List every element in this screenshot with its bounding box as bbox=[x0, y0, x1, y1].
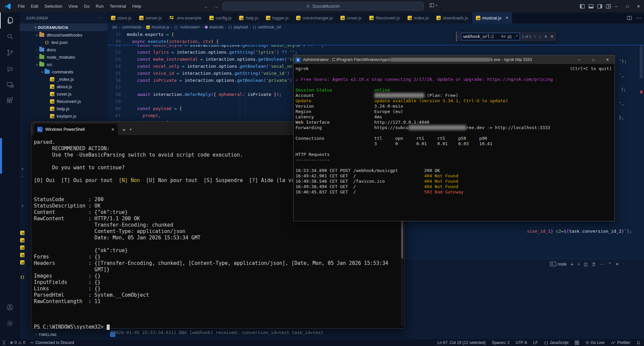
eol-sequence[interactable]: LF bbox=[533, 340, 538, 345]
tab-config.js[interactable]: JSconfig.js bbox=[206, 12, 236, 23]
toggle-sidebar-icon[interactable] bbox=[580, 4, 585, 9]
whole-word-toggle[interactable]: ab bbox=[507, 34, 512, 39]
powershell-tab[interactable]: >_ Windows PowerShell ✕ bbox=[34, 124, 118, 135]
tab-server.js[interactable]: JSserver.js bbox=[136, 12, 166, 23]
toggle-panel-icon[interactable] bbox=[588, 4, 594, 9]
menu-go[interactable]: Go bbox=[81, 0, 93, 12]
breadcrumb-item[interactable]: webhook_url bbox=[258, 25, 281, 30]
minimize-button[interactable]: ─ bbox=[611, 0, 622, 12]
tree-item-keybpm-js[interactable]: JSkeybpm.js bbox=[20, 112, 107, 120]
terminal-dropdown-icon[interactable]: ∨ bbox=[578, 263, 580, 266]
breadcrumb-item[interactable]: commands bbox=[122, 25, 142, 30]
remote-indicator[interactable]: ╳ bbox=[3, 340, 5, 345]
menu-run[interactable]: Run bbox=[93, 0, 107, 12]
settings-gear-icon[interactable] bbox=[0, 315, 20, 331]
editor-scrollbar[interactable] bbox=[640, 38, 643, 266]
tab-voicechanger.js[interactable]: JSvoicechanger.js bbox=[292, 12, 337, 23]
source-control-icon[interactable] bbox=[0, 45, 20, 61]
tab-fileconvert.js[interactable]: JSfileconvert.js bbox=[366, 12, 404, 23]
command-center-search[interactable]: DucraMusicIA bbox=[222, 2, 424, 10]
tab-close-icon[interactable]: ✕ bbox=[111, 127, 114, 132]
new-terminal-button[interactable]: + bbox=[571, 261, 574, 267]
tab-help.js[interactable]: JShelp.js bbox=[235, 12, 262, 23]
match-case-toggle[interactable]: Aa bbox=[501, 34, 505, 39]
tab-cover.js[interactable]: JScover.js bbox=[337, 12, 366, 23]
tree-item-help-js[interactable]: JShelp.js bbox=[20, 105, 107, 112]
remote-explorer-icon[interactable] bbox=[0, 77, 20, 93]
notifications-bell-icon[interactable] bbox=[636, 341, 641, 345]
extensions-icon[interactable] bbox=[0, 93, 20, 109]
ngrok-output[interactable]: ngrok(Ctrl+C to quit) ⚠ Free Users: Agen… bbox=[293, 64, 614, 195]
problems-indicator[interactable]: ⊗ 0 ⚠ 0 bbox=[10, 340, 25, 345]
encoding[interactable]: UTF-8 bbox=[516, 340, 527, 345]
account-icon[interactable] bbox=[0, 299, 20, 315]
tree-item--index-js[interactable]: JS_index.js bbox=[20, 75, 107, 83]
go-live-button[interactable]: Go Live bbox=[585, 340, 604, 345]
maximize-button[interactable]: □ bbox=[622, 0, 633, 12]
tab-store.js[interactable]: JSstore.js bbox=[107, 12, 136, 23]
maximize-button[interactable]: □ bbox=[586, 55, 600, 64]
close-button[interactable]: ✕ bbox=[600, 55, 614, 64]
tree-item-node-modules[interactable]: ›node_modules bbox=[20, 53, 107, 61]
regex-toggle[interactable]: .* bbox=[514, 34, 518, 39]
tab-more-icon[interactable]: ⋯ bbox=[636, 15, 641, 21]
menu-terminal[interactable]: Terminal bbox=[107, 0, 129, 12]
search-sidebar-icon[interactable] bbox=[0, 28, 20, 45]
tab-index.js[interactable]: JSindex.js bbox=[404, 12, 433, 23]
tab-.env.example[interactable]: .env.example bbox=[166, 12, 205, 23]
split-editor-icon[interactable] bbox=[627, 15, 632, 20]
menu-file[interactable]: File bbox=[15, 0, 28, 12]
close-button[interactable]: ✕ bbox=[633, 0, 644, 12]
customize-layout-grid-icon[interactable] bbox=[606, 4, 611, 9]
forward-button[interactable]: → bbox=[214, 3, 219, 9]
panel-close-icon[interactable]: ✕ bbox=[615, 262, 619, 267]
find-next-button[interactable]: ↓ bbox=[539, 34, 542, 39]
split-terminal-icon[interactable]: ◫ bbox=[584, 262, 588, 267]
panel-maximize-icon[interactable]: ⌃ bbox=[608, 262, 611, 267]
find-input[interactable]: webhook_url: Aa ab .* bbox=[461, 33, 520, 40]
discord-status[interactable]: Connected to Discord bbox=[30, 340, 74, 345]
sidebar-more-icon[interactable]: ⋯ bbox=[99, 16, 103, 20]
breadcrumb-item[interactable]: execute bbox=[209, 25, 223, 30]
tab-musicai.js[interactable]: JSmusicai.js✕ bbox=[472, 12, 513, 23]
tab-close-icon[interactable]: ✕ bbox=[505, 16, 508, 20]
tree-item-dlmusic-webhooks[interactable]: ∨dlmusic\webhooks bbox=[20, 31, 107, 39]
tab-dropdown-icon[interactable]: ∨ bbox=[129, 127, 132, 131]
minimize-button[interactable]: ─ bbox=[572, 55, 586, 64]
tree-item-src[interactable]: ∨src bbox=[20, 61, 107, 68]
ngrok-titlebar[interactable]: n Administrateur : C:\Program Files\Wind… bbox=[293, 55, 614, 64]
cursor-position[interactable]: Ln 67, Col 19 (12 selected) bbox=[437, 340, 486, 345]
tab-downloads.js[interactable]: JSdownloads.js bbox=[433, 12, 472, 23]
breadcrumb-item[interactable]: src bbox=[112, 25, 117, 30]
new-tab-button[interactable]: + bbox=[122, 127, 125, 132]
workspace-root-row[interactable]: ∨ DUCRAMUSICIA bbox=[20, 23, 107, 31]
find-close-button[interactable]: ✕ bbox=[550, 34, 554, 39]
customize-layout-button[interactable]: ∨ bbox=[429, 3, 438, 8]
breadcrumb-item[interactable]: musicai.js bbox=[152, 25, 169, 30]
tree-item-about-js[interactable]: JSabout.js bbox=[20, 83, 107, 90]
find-previous-button[interactable]: ↑ bbox=[533, 34, 537, 39]
menu-edit[interactable]: Edit bbox=[28, 0, 41, 12]
tab-logger.js[interactable]: JSlogger.js bbox=[262, 12, 292, 23]
tree-item-commands[interactable]: ∨commands bbox=[20, 68, 107, 75]
remote-tunnel-grid-icon[interactable] bbox=[575, 340, 579, 345]
tree-item-cover-js[interactable]: JScover.js bbox=[20, 90, 107, 98]
timeline-section-row[interactable]: › TIMELINE bbox=[20, 330, 107, 338]
prettier-status[interactable]: ✓✓ Prettier bbox=[610, 340, 630, 345]
kill-terminal-icon[interactable] bbox=[592, 262, 596, 267]
breadcrumb-item[interactable]: payload bbox=[234, 25, 248, 30]
run-debug-icon[interactable] bbox=[0, 61, 20, 77]
toggle-secondary-sidebar-icon[interactable] bbox=[597, 4, 602, 9]
panel-more-icon[interactable]: ⋯ bbox=[600, 262, 604, 267]
back-button[interactable]: ← bbox=[204, 3, 209, 9]
toggle-replace-button[interactable]: › bbox=[456, 32, 459, 42]
find-in-selection-button[interactable]: ≡ bbox=[544, 34, 548, 39]
terminal-profile[interactable]: >_ node bbox=[550, 262, 567, 267]
menu-view[interactable]: View bbox=[65, 0, 81, 12]
explorer-icon[interactable] bbox=[0, 12, 20, 28]
menu-help[interactable]: Help bbox=[129, 0, 144, 12]
breadcrumb-item[interactable]: <unknown> bbox=[179, 25, 200, 30]
menu-selection[interactable]: Selection bbox=[41, 0, 65, 12]
language-mode[interactable]: {} JavaScript bbox=[544, 340, 569, 345]
indentation[interactable]: Spaces: 2 bbox=[492, 340, 509, 345]
